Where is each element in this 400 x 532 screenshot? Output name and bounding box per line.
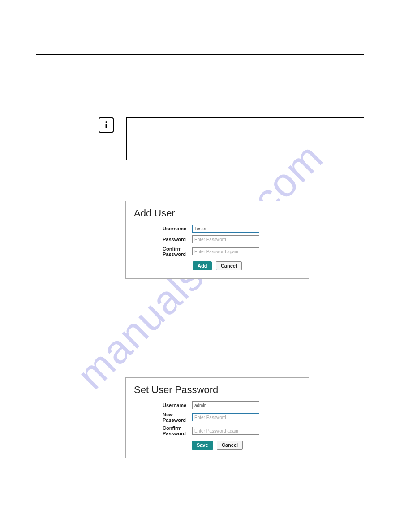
add-user-password-label: Password [134, 237, 192, 242]
add-user-username-row: Username [134, 225, 301, 233]
add-user-username-label: Username [134, 226, 192, 231]
info-box [126, 117, 364, 160]
set-password-buttons: Save Cancel [134, 441, 301, 450]
set-password-dialog: Set User Password Username New Password … [125, 377, 309, 458]
save-button[interactable]: Save [192, 441, 213, 450]
add-cancel-button[interactable]: Cancel [216, 261, 242, 270]
add-user-dialog: Add User Username Password Confirm Passw… [125, 201, 309, 279]
set-password-title: Set User Password [134, 384, 301, 396]
set-password-confirm-row: Confirm Password [134, 425, 301, 436]
info-icon: i [99, 117, 114, 133]
add-user-confirm-input[interactable] [192, 247, 259, 255]
set-password-new-row: New Password [134, 412, 301, 423]
info-row: i [36, 117, 364, 160]
set-password-new-label: New Password [134, 412, 192, 423]
set-password-username-input[interactable] [192, 401, 259, 409]
set-password-username-row: Username [134, 401, 301, 409]
add-user-confirm-label: Confirm Password [134, 246, 192, 257]
top-divider [36, 54, 364, 55]
add-user-confirm-row: Confirm Password [134, 246, 301, 257]
page-container: i Add User Username Password Confirm Pas… [0, 54, 400, 532]
set-password-new-input[interactable] [192, 413, 259, 421]
set-password-username-label: Username [134, 402, 192, 408]
add-user-username-input[interactable] [192, 225, 259, 233]
add-user-buttons: Add Cancel [134, 261, 301, 270]
set-password-confirm-label: Confirm Password [134, 425, 192, 436]
add-user-password-input[interactable] [192, 235, 259, 243]
add-user-title: Add User [134, 208, 301, 219]
add-user-password-row: Password [134, 235, 301, 243]
set-cancel-button[interactable]: Cancel [217, 441, 243, 450]
add-button[interactable]: Add [193, 261, 212, 270]
set-password-confirm-input[interactable] [192, 427, 259, 435]
